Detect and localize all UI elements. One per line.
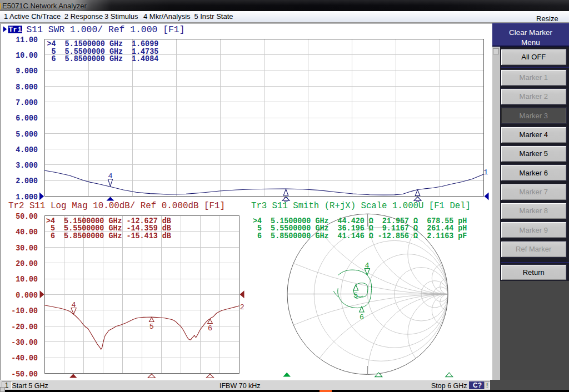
svg-text:5.000: 5.000 (16, 130, 38, 139)
svg-text:Tr2 S11 Log Mag 10.00dB/ Ref 0: Tr2 S11 Log Mag 10.00dB/ Ref 0.000dB [F1… (8, 201, 225, 211)
svg-text:-20.00: -20.00 (11, 323, 38, 332)
svg-text:5: 5 (149, 323, 154, 331)
svg-text:Tr3 S11 Smith (R+jX) Scale 1.0: Tr3 S11 Smith (R+jX) Scale 1.000U [F1 De… (251, 201, 471, 211)
svg-text:8.000: 8.000 (16, 83, 38, 92)
svg-text:6 5.8500000 GHz -15.413 dB: 6 5.8500000 GHz -15.413 dB (46, 232, 171, 241)
svg-text:-50.00: -50.00 (11, 370, 38, 379)
svg-text:6.000: 6.000 (16, 114, 38, 123)
svg-text:10.00: 10.00 (16, 275, 38, 284)
svg-text:3.000: 3.000 (16, 161, 38, 170)
svg-text:6: 6 (208, 324, 212, 333)
svg-text:40.00: 40.00 (16, 228, 38, 237)
svg-text:Tr1: Tr1 (8, 26, 22, 34)
svg-text:9.000: 9.000 (16, 67, 38, 76)
svg-text:0.000: 0.000 (16, 291, 38, 300)
svg-text:S11 SWR 1.000/ Ref 1.000 [F1]: S11 SWR 1.000/ Ref 1.000 [F1] (27, 25, 185, 35)
svg-text:-10.00: -10.00 (11, 306, 38, 316)
svg-text:50.00: 50.00 (16, 212, 38, 222)
svg-text:2: 2 (240, 303, 244, 311)
svg-text:30.00: 30.00 (16, 244, 38, 253)
svg-text:1: 1 (483, 168, 488, 177)
svg-text:-40.00: -40.00 (11, 354, 38, 363)
svg-text:6 5.8500000 GHz 41.146 Ω -12: 6 5.8500000 GHz 41.146 Ω -12.856 Ω 2.116… (253, 232, 467, 241)
svg-text:7.000: 7.000 (16, 98, 38, 108)
svg-text:5: 5 (353, 292, 358, 300)
svg-text:11.00: 11.00 (16, 36, 38, 45)
svg-text:4.000: 4.000 (16, 145, 38, 155)
svg-text:6 5.8500000 GHz 1.4084: 6 5.8500000 GHz 1.4084 (47, 54, 159, 64)
svg-text:6: 6 (360, 313, 364, 321)
svg-text:2.000: 2.000 (16, 177, 38, 186)
svg-text:20.00: 20.00 (16, 259, 38, 269)
svg-text:10.00: 10.00 (16, 51, 38, 61)
svg-text:-30.00: -30.00 (11, 338, 38, 348)
